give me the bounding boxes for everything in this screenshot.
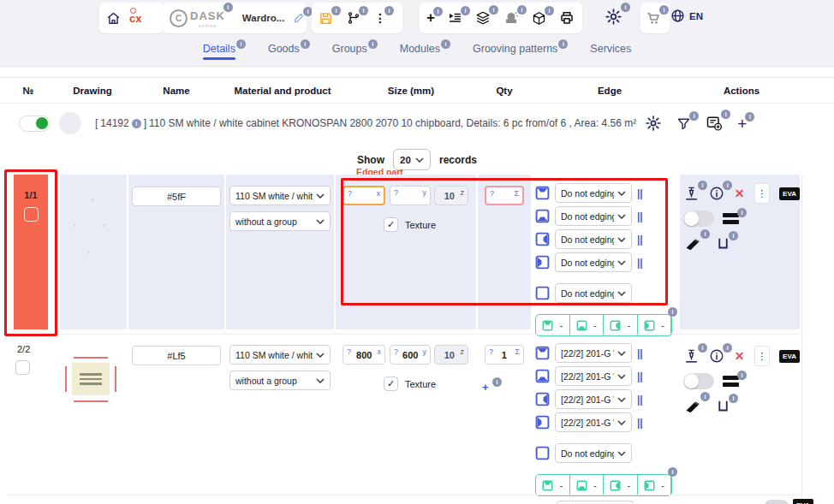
info-badge[interactable]: i	[723, 181, 732, 190]
row-checkbox[interactable]	[24, 207, 39, 222]
eva-badge[interactable]: EVA	[779, 187, 800, 200]
info-badge[interactable]: i	[492, 377, 502, 387]
info-badge[interactable]: i	[700, 229, 710, 239]
part-info-button[interactable]: i	[709, 348, 724, 364]
info-badge[interactable]: i	[698, 343, 707, 353]
layers-button[interactable]: i	[475, 10, 491, 26]
tab-grooving-patterns[interactable]: Grooving patternsi	[473, 43, 557, 60]
info-badge[interactable]: i	[461, 6, 470, 15]
info-badge[interactable]: i	[132, 119, 141, 128]
eraser-button[interactable]: i	[683, 397, 702, 414]
save-button[interactable]: i	[319, 11, 333, 26]
edge-all-select[interactable]: Do not edging	[555, 283, 632, 303]
edge-thickness-toggle[interactable]: ||	[637, 417, 643, 429]
part-name-input[interactable]: #Lf5	[132, 346, 221, 365]
row-menu-button[interactable]: ⋮	[754, 346, 770, 366]
edge-bottom-select[interactable]: Do not edging	[555, 206, 632, 226]
size-y-input[interactable]: ?600y	[390, 345, 431, 365]
milling-button[interactable]: i	[683, 348, 700, 365]
texture-checkbox[interactable]: ✓ Texture	[384, 217, 436, 232]
tab-services[interactable]: Services	[590, 43, 631, 60]
list-view-button[interactable]: i	[448, 11, 462, 26]
group-add-module-button[interactable]: i	[706, 115, 723, 132]
info-badge[interactable]: i	[368, 39, 378, 49]
size-x-input[interactable]: ?x	[343, 186, 385, 205]
more-menu-button[interactable]: ⋮ i	[374, 11, 386, 25]
settings-button[interactable]: i	[605, 8, 623, 26]
part-toggle-partial[interactable]	[765, 500, 789, 504]
group-toggle[interactable]	[19, 116, 51, 132]
qty-input[interactable]: ?1Σ	[485, 345, 524, 365]
info-badge[interactable]: i	[659, 5, 669, 15]
edge-thickness-toggle[interactable]: ||	[637, 347, 643, 359]
eva-badge[interactable]: EVA	[779, 350, 800, 363]
edge-thickness-toggle[interactable]: ||	[637, 210, 643, 222]
info-badge[interactable]: i	[621, 3, 630, 12]
qty-input[interactable]: ?Σ	[485, 186, 524, 205]
info-badge[interactable]: i	[545, 6, 554, 15]
model-3d-button[interactable]: i	[532, 11, 546, 26]
edge-top-select-partial[interactable]	[557, 501, 634, 504]
edge-thickness-toggle[interactable]: ||	[637, 187, 643, 199]
edge-scheme-button[interactable]: i	[723, 213, 739, 224]
milling-button[interactable]: i	[683, 186, 700, 202]
info-badge[interactable]: i	[737, 371, 747, 380]
info-badge[interactable]: i	[517, 5, 527, 15]
edit-project-button[interactable]: i	[293, 12, 305, 24]
row-menu-button[interactable]: ⋮	[754, 183, 770, 204]
checkbox-checked[interactable]: ✓	[384, 217, 398, 232]
edge-bottom-select[interactable]: [22/2] 201-G Wh	[555, 366, 632, 386]
eraser-button[interactable]: i	[683, 234, 702, 252]
versions-button[interactable]: i	[347, 11, 360, 25]
size-y-input[interactable]: ?y	[390, 186, 431, 205]
part-name-input[interactable]: #5fF	[132, 187, 221, 206]
home-icon[interactable]	[106, 11, 121, 26]
checkbox-checked[interactable]: ✓	[384, 377, 398, 391]
info-badge[interactable]: i	[737, 208, 747, 217]
info-badge[interactable]: i	[723, 343, 732, 353]
part-toggle[interactable]	[683, 210, 714, 227]
group-select[interactable]: without a group	[229, 371, 331, 390]
delete-part-button[interactable]: ✕	[735, 349, 745, 363]
edge-right-select[interactable]: Do not edging	[555, 229, 632, 249]
edge-top-select[interactable]: [22/2] 201-G Wh	[555, 343, 632, 363]
size-x-input[interactable]: ?800x	[343, 345, 385, 365]
info-badge[interactable]: i	[489, 5, 498, 15]
edge-thickness-toggle[interactable]: ||	[637, 371, 643, 382]
language-switch[interactable]: EN	[670, 9, 703, 23]
info-badge[interactable]: i	[223, 3, 233, 12]
info-badge[interactable]: i	[359, 6, 368, 15]
add-qty-button[interactable]: + i	[482, 381, 489, 394]
tab-details[interactable]: Detailsi	[203, 43, 235, 60]
info-badge[interactable]: i	[433, 7, 443, 16]
info-badge[interactable]: i	[668, 307, 677, 317]
tab-groups[interactable]: Groupsi	[332, 43, 367, 60]
edge-left-select[interactable]: Do not edging	[555, 252, 632, 272]
texture-checkbox[interactable]: ✓ Texture	[384, 377, 436, 391]
edge-right-select[interactable]: [22/2] 201-G Wh	[555, 389, 632, 409]
edge-thickness-toggle[interactable]: ||	[637, 394, 643, 406]
info-badge[interactable]: i	[700, 392, 710, 401]
group-color-dot[interactable]	[59, 112, 81, 134]
group-add-part-button[interactable]: + i	[737, 117, 747, 130]
part-number-cell-selected[interactable]: 1/1	[14, 175, 48, 329]
info-badge[interactable]: i	[745, 112, 754, 122]
info-badge[interactable]: i	[331, 6, 341, 15]
project-name[interactable]: Wardro...	[242, 13, 284, 23]
info-badge[interactable]: i	[729, 394, 738, 403]
info-badge[interactable]: i	[384, 6, 394, 15]
info-badge[interactable]: i	[689, 111, 699, 121]
info-badge[interactable]: i	[301, 39, 310, 49]
cx-icon[interactable]: cx	[129, 13, 141, 24]
material-select[interactable]: 110 SM white / white	[229, 345, 331, 365]
info-badge[interactable]: i	[729, 231, 738, 240]
sawing-button[interactable]: i	[503, 10, 519, 26]
tab-modules[interactable]: Modulesi	[400, 43, 440, 60]
edge-top-select[interactable]: Do not edging	[555, 183, 632, 203]
info-badge[interactable]: i	[558, 39, 568, 49]
dask-logo[interactable]: C DASK online i	[170, 8, 225, 28]
group-filter-button[interactable]: i	[676, 116, 691, 131]
edge-left-select[interactable]: [22/2] 201-G Wh	[555, 412, 632, 432]
eva-badge-partial[interactable]: EVA	[793, 499, 813, 504]
edge-thickness-toggle[interactable]: ||	[637, 234, 643, 246]
